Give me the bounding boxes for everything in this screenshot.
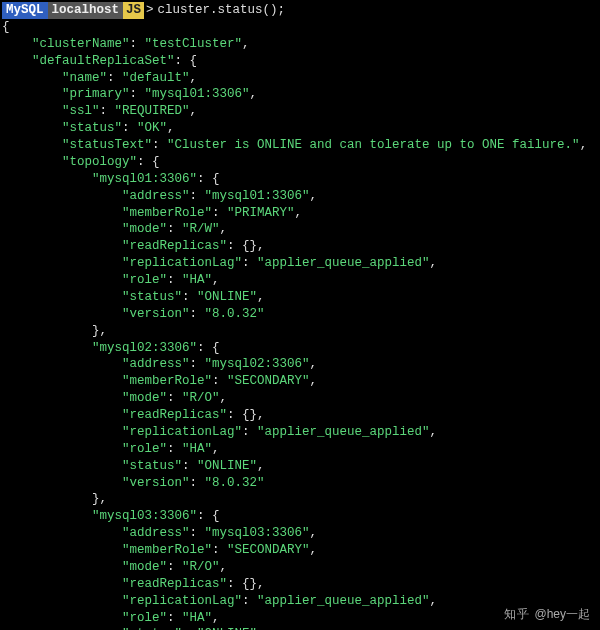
json-output: { "clusterName": "testCluster", "default…	[2, 19, 600, 630]
badge-js: JS	[123, 2, 144, 19]
badge-host: localhost	[48, 2, 124, 19]
terminal[interactable]: MySQL localhostJS>cluster.status(); { "c…	[0, 0, 600, 630]
watermark-handle: @hey一起	[534, 607, 590, 621]
command-text: cluster.status();	[158, 3, 286, 17]
watermark-site: 知乎	[504, 607, 530, 621]
watermark: 知乎@hey一起	[504, 606, 590, 622]
prompt-chevron: >	[146, 3, 154, 17]
badge-mysql: MySQL	[2, 2, 48, 19]
prompt-line: MySQL localhostJS>cluster.status();	[2, 2, 600, 19]
